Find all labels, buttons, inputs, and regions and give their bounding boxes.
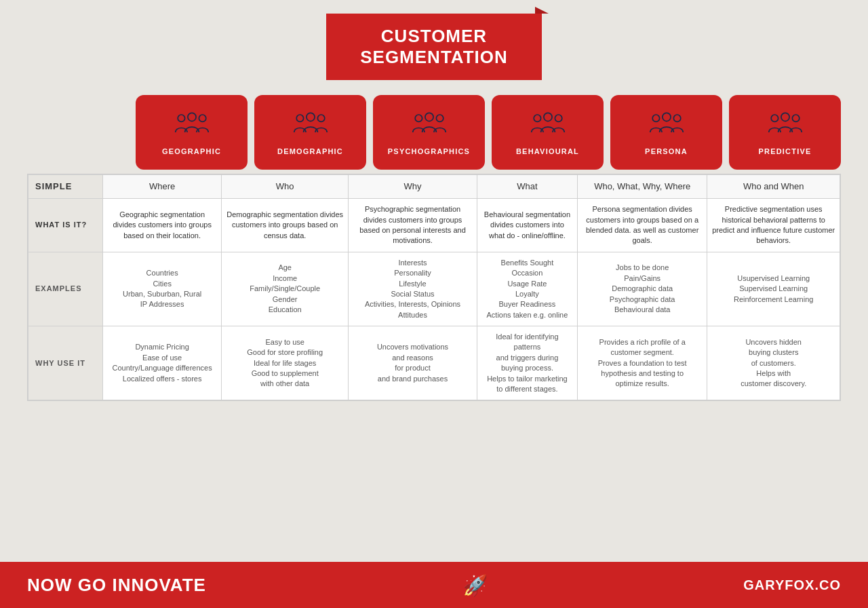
svg-point-0 bbox=[178, 115, 184, 121]
row-label-simple-row: SIMPLE bbox=[28, 175, 103, 199]
predictive-label: PREDICTIVE bbox=[758, 147, 811, 155]
table-cell: Predictive segmentation uses historical … bbox=[707, 199, 840, 252]
behavioural-label: BEHAVIOURAL bbox=[516, 147, 579, 155]
svg-point-13 bbox=[662, 113, 670, 121]
demographic-label: DEMOGRAPHIC bbox=[277, 147, 343, 155]
table-cell: Demographic segmentation divides custome… bbox=[222, 199, 349, 252]
table-cell: CountriesCitiesUrban, Suburban, RuralIP … bbox=[103, 252, 222, 326]
table-cell: Jobs to be donePain/GainsDemographic dat… bbox=[577, 252, 707, 326]
svg-point-16 bbox=[781, 113, 789, 121]
title-banner: CUSTOMER SEGMENTATION bbox=[326, 14, 542, 80]
card-predictive: PREDICTIVE bbox=[729, 95, 841, 170]
svg-point-2 bbox=[199, 115, 205, 121]
svg-point-6 bbox=[415, 115, 422, 121]
geographic-icon bbox=[174, 111, 210, 139]
card-psychographics: PSYCHOGRAPHICS bbox=[373, 95, 485, 170]
table-cell: Behavioural segmentation divides custome… bbox=[477, 199, 577, 252]
cards-row: GEOGRAPHIC DEMOGRAPHIC PSYCHOGRAPHICS bbox=[27, 95, 841, 170]
behavioural-icon bbox=[530, 111, 566, 139]
svg-point-7 bbox=[425, 113, 433, 121]
card-geographic: GEOGRAPHIC bbox=[136, 95, 248, 170]
table-cell: Provides a rich profile of acustomer seg… bbox=[577, 326, 707, 400]
svg-point-4 bbox=[306, 113, 314, 121]
table-cell: Uncovers motivationsand reasonsfor produ… bbox=[349, 326, 477, 400]
main-content: CUSTOMER SEGMENTATION GEOGRAPHIC DEMOGRA… bbox=[0, 0, 868, 562]
demographic-icon bbox=[293, 111, 328, 139]
svg-point-17 bbox=[792, 115, 799, 121]
row-label-examples-row: EXAMPLES bbox=[28, 252, 103, 326]
table-row: EXAMPLESCountriesCitiesUrban, Suburban, … bbox=[28, 252, 840, 326]
rocket-icon: 🚀 bbox=[462, 573, 488, 597]
svg-point-3 bbox=[296, 115, 303, 121]
table-cell: Who bbox=[222, 175, 349, 199]
table-cell: Benefits SoughtOccasionUsage RateLoyalty… bbox=[477, 252, 577, 326]
table-cell: Why bbox=[349, 175, 477, 199]
svg-point-12 bbox=[652, 115, 659, 121]
geographic-label: GEOGRAPHIC bbox=[162, 147, 221, 155]
persona-icon bbox=[649, 111, 684, 139]
footer-tagline: NOW GO INNOVATE bbox=[27, 575, 206, 596]
table-cell: Dynamic PricingEase of useCountry/Langua… bbox=[103, 326, 222, 400]
table-row: WHAT IS IT?Geographic segmentation divid… bbox=[28, 199, 840, 252]
predictive-icon bbox=[768, 111, 803, 139]
table-cell: Easy to useGood for store profilingIdeal… bbox=[222, 326, 349, 400]
row-label-what-row: WHAT IS IT? bbox=[28, 199, 103, 252]
table-cell: Usupervised LearningSupervised LearningR… bbox=[707, 252, 840, 326]
table-cell: Psychographic segmentation divides custo… bbox=[349, 199, 477, 252]
table-cell: What bbox=[477, 175, 577, 199]
footer-brand: GARYFOX.CO bbox=[743, 577, 841, 593]
svg-point-11 bbox=[555, 115, 561, 121]
row-label-whyuse-row: WHY USE IT bbox=[28, 326, 103, 400]
segmentation-table: SIMPLEWhereWhoWhyWhatWho, What, Why, Whe… bbox=[27, 174, 841, 401]
table-cell: Ideal for identifying patternsand trigge… bbox=[477, 326, 577, 400]
table-cell: Uncovers hiddenbuying clustersof custome… bbox=[707, 326, 840, 400]
title-line2: SEGMENTATION bbox=[360, 47, 508, 68]
svg-point-14 bbox=[673, 115, 680, 121]
svg-point-1 bbox=[187, 113, 195, 121]
table-cell: Geographic segmentation divides customer… bbox=[103, 199, 222, 252]
svg-point-5 bbox=[317, 115, 324, 121]
card-demographic: DEMOGRAPHIC bbox=[254, 95, 366, 170]
title-line1: CUSTOMER bbox=[360, 26, 508, 47]
table-cell: Persona segmentation divides customers i… bbox=[577, 199, 707, 252]
table-cell: AgeIncomeFamily/Single/CoupleGenderEduca… bbox=[222, 252, 349, 326]
card-behavioural: BEHAVIOURAL bbox=[492, 95, 604, 170]
svg-point-9 bbox=[534, 115, 540, 121]
footer: NOW GO INNOVATE 🚀 GARYFOX.CO bbox=[0, 562, 868, 608]
svg-point-10 bbox=[543, 113, 551, 121]
svg-point-15 bbox=[771, 115, 778, 121]
psychographics-icon bbox=[412, 111, 447, 139]
card-persona: PERSONA bbox=[610, 95, 722, 170]
table-cell: Who, What, Why, Where bbox=[577, 175, 707, 199]
psychographics-label: PSYCHOGRAPHICS bbox=[388, 147, 470, 155]
table-cell: Who and When bbox=[707, 175, 840, 199]
table-cell: InterestsPersonalityLifestyleSocial Stat… bbox=[349, 252, 477, 326]
table-cell: Where bbox=[103, 175, 222, 199]
svg-point-8 bbox=[436, 115, 443, 121]
persona-label: PERSONA bbox=[645, 147, 688, 155]
table-row: WHY USE ITDynamic PricingEase of useCoun… bbox=[28, 326, 840, 400]
table-row: SIMPLEWhereWhoWhyWhatWho, What, Why, Whe… bbox=[28, 175, 840, 199]
